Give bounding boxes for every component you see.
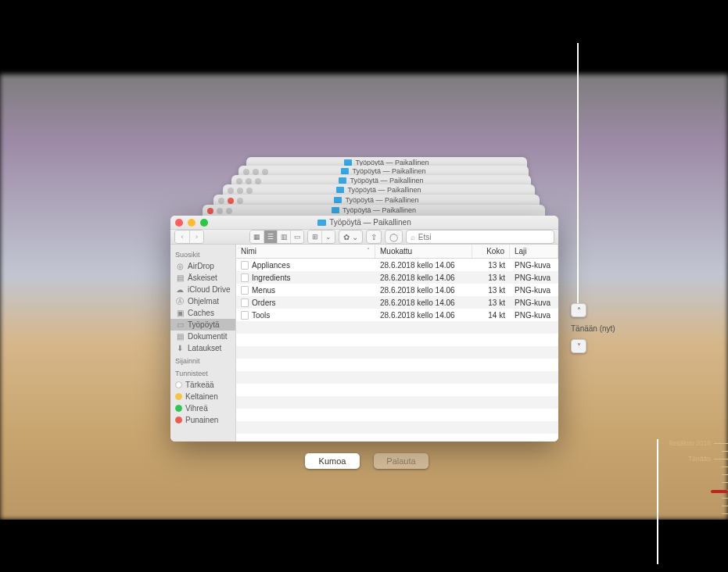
sidebar-item-label: Tärkeää — [185, 381, 214, 389]
file-kind: PNG-kuva — [510, 296, 558, 309]
titlebar[interactable]: Työpöytä — Paikallinen — [170, 216, 558, 230]
folder-icon — [317, 220, 326, 226]
file-kind: PNG-kuva — [510, 271, 558, 284]
file-modified: 28.6.2018 kello 14.06 — [375, 259, 472, 271]
sidebar-section-favorites: Suosikit — [170, 248, 235, 260]
view-columns-icon[interactable]: ▥ — [277, 231, 290, 243]
apps-icon: Ⓐ — [175, 298, 185, 306]
timeline-knob[interactable] — [711, 490, 728, 493]
zoom-button[interactable] — [200, 219, 208, 227]
file-icon — [241, 299, 249, 307]
view-icon-grid[interactable]: ▦ — [250, 231, 264, 243]
tag-dot-icon — [175, 405, 182, 412]
sidebar-item-downloads[interactable]: ⬇Lataukset — [170, 342, 235, 354]
folder-icon — [332, 207, 339, 213]
timeline[interactable]: kesäkuu 2018 Tänään — [658, 439, 728, 517]
sidebar-item-apps[interactable]: ⒶOhjelmat — [170, 295, 235, 307]
file-modified: 28.6.2018 kello 14.06 — [375, 271, 472, 284]
action-menu-button[interactable]: ✿ ⌄ — [339, 230, 363, 244]
sidebar-item-label: Dokumentit — [188, 332, 228, 341]
file-kind: PNG-kuva — [510, 284, 558, 296]
file-name: Tools — [252, 311, 270, 320]
forward-button[interactable]: › — [189, 231, 203, 243]
nav-back-forward[interactable]: ‹ › — [174, 230, 204, 244]
folder-icon — [339, 177, 346, 184]
sidebar-item-label: iCloud Drive — [188, 285, 230, 294]
timeline-down-button[interactable]: ˅ — [571, 339, 586, 353]
column-header-size[interactable]: Koko — [472, 245, 510, 258]
folder-icon — [334, 197, 342, 203]
documents-icon: ▤ — [175, 333, 185, 341]
tag-dot-icon — [175, 416, 182, 424]
sidebar-tag-green[interactable]: Vihreä — [170, 402, 235, 414]
table-row[interactable]: Menus28.6.2018 kello 14.0613 ktPNG-kuva — [236, 284, 558, 296]
file-icon — [241, 273, 249, 282]
ghost-title: Työpöytä — Paikallinen — [345, 196, 418, 204]
sidebar-item-label: Vihreä — [185, 404, 208, 413]
ghost-title: Työpöytä — Paikallinen — [342, 206, 416, 214]
sidebar-item-recents[interactable]: ▤Äskeiset — [170, 272, 235, 284]
table-row[interactable]: Orders28.6.2018 kello 14.0613 ktPNG-kuva — [236, 296, 558, 309]
file-kind: PNG-kuva — [510, 259, 558, 271]
table-row[interactable]: Ingredients28.6.2018 kello 14.0613 ktPNG… — [236, 271, 558, 284]
sort-indicator-icon: ˄ — [367, 247, 370, 254]
airdrop-icon: ◎ — [175, 263, 185, 270]
cancel-button[interactable]: Kumoa — [305, 453, 360, 469]
restore-button[interactable]: Palauta — [374, 453, 429, 469]
sidebar-item-icloud[interactable]: ☁iCloud Drive — [170, 284, 235, 295]
finder-window: Työpöytä — Paikallinen ‹ › ▦ ☰ ▥ ▭ ⊞ ⌄ ✿… — [170, 216, 558, 442]
sidebar-tag-yellow[interactable]: Keltainen — [170, 391, 235, 402]
table-row[interactable]: Appliances28.6.2018 kello 14.0613 ktPNG-… — [236, 259, 558, 271]
file-list: Nimi ˄ Muokattu Koko Laji Appliances28.6… — [236, 245, 558, 442]
sidebar-section-tags: Tunnisteet — [170, 366, 235, 379]
view-mode-group[interactable]: ▦ ☰ ▥ ▭ — [249, 230, 304, 244]
tag-dot-icon — [175, 393, 182, 400]
file-modified: 28.6.2018 kello 14.06 — [375, 296, 472, 309]
folder-icon — [344, 159, 352, 166]
sidebar-item-documents[interactable]: ▤Dokumentit — [170, 331, 235, 342]
arrange-dropdown-icon[interactable]: ⌄ — [321, 231, 335, 243]
file-icon — [241, 261, 249, 270]
search-icon: ⌕ — [411, 233, 415, 241]
column-header-modified[interactable]: Muokattu — [375, 245, 472, 258]
view-list-icon[interactable]: ☰ — [264, 231, 277, 243]
file-size: 14 kt — [472, 309, 510, 321]
toolbar: ‹ › ▦ ☰ ▥ ▭ ⊞ ⌄ ✿ ⌄ ⇪ ◯ ⌕ — [170, 230, 558, 245]
arrange-group[interactable]: ⊞ ⌄ — [307, 230, 335, 244]
sidebar-tag-red[interactable]: Punainen — [170, 414, 235, 426]
tag-dot-icon — [175, 381, 182, 388]
file-name: Orders — [252, 299, 276, 307]
ghost-title: Työpöytä — Paikallinen — [352, 167, 425, 175]
file-size: 13 kt — [472, 259, 510, 271]
cloud-icon: ☁ — [175, 286, 185, 294]
search-input[interactable] — [418, 233, 550, 241]
view-gallery-icon[interactable]: ▭ — [290, 231, 303, 243]
share-button[interactable]: ⇪ — [366, 230, 382, 244]
close-button[interactable] — [175, 219, 183, 227]
search-field[interactable]: ⌕ — [406, 230, 554, 244]
downloads-icon: ⬇ — [175, 345, 185, 352]
timeline-month-label: kesäkuu 2018 — [669, 439, 711, 447]
back-button[interactable]: ‹ — [175, 231, 189, 243]
column-header-name[interactable]: Nimi ˄ — [236, 245, 375, 258]
sidebar-item-label: Caches — [188, 309, 214, 317]
sidebar-item-label: Työpöytä — [188, 320, 220, 329]
minimize-button[interactable] — [188, 219, 195, 227]
sidebar-item-airdrop[interactable]: ◎AirDrop — [170, 260, 235, 272]
sidebar-item-desktop[interactable]: ▭Työpöytä — [170, 319, 235, 331]
timeline-up-button[interactable]: ˄ — [571, 303, 586, 317]
table-row[interactable]: Tools28.6.2018 kello 14.0614 ktPNG-kuva — [236, 309, 558, 321]
file-name: Appliances — [252, 261, 290, 270]
sidebar-item-caches[interactable]: ▣Caches — [170, 307, 235, 319]
file-kind: PNG-kuva — [510, 309, 558, 321]
timeline-today-label: Tänään — [688, 455, 711, 463]
file-size: 13 kt — [472, 271, 510, 284]
arrange-icon[interactable]: ⊞ — [308, 231, 321, 243]
column-header-kind[interactable]: Laji — [510, 245, 558, 258]
sidebar-tag-important[interactable]: Tärkeää — [170, 379, 235, 391]
tags-button[interactable]: ◯ — [385, 230, 403, 244]
sidebar-item-label: Ohjelmat — [188, 297, 219, 306]
sidebar: Suosikit ◎AirDrop ▤Äskeiset ☁iCloud Driv… — [170, 245, 236, 442]
sidebar-section-locations: Sijainnit — [170, 354, 235, 366]
folder-icon — [341, 168, 349, 174]
